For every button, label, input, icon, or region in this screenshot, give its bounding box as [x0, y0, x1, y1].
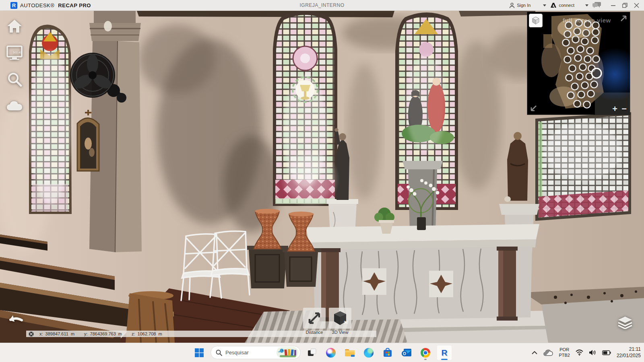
scan-marker[interactable]: [592, 37, 599, 44]
feedback-chat-icon[interactable]: [592, 2, 601, 8]
connect-label: connect: [559, 3, 574, 8]
realview-display-button[interactable]: 500.40: [6, 45, 23, 61]
y-value: 7864369.763: [90, 331, 116, 336]
minimap-pointcloud[interactable]: [527, 12, 630, 115]
connect-caret-icon[interactable]: [585, 4, 588, 6]
recap-logo-icon: R: [10, 2, 17, 9]
taskbar-search-box[interactable]: Pesquisar: [211, 346, 301, 359]
minimap-zoom-out-button[interactable]: −: [621, 105, 627, 113]
onedrive-cloud-icon[interactable]: [543, 350, 553, 356]
recap-taskbar-button[interactable]: R: [437, 345, 452, 360]
sign-in-caret-icon[interactable]: [543, 4, 546, 6]
scan-marker[interactable]: [578, 91, 585, 98]
chrome-running-indicator: [424, 359, 427, 360]
scan-marker[interactable]: [574, 28, 581, 35]
layers-button[interactable]: [617, 316, 633, 329]
current-scan-marker[interactable]: [592, 68, 601, 78]
language-indicator[interactable]: POR PTB2: [559, 347, 570, 358]
clock[interactable]: 21:11 22/01/2025: [617, 346, 641, 359]
distance-label: Distance: [306, 330, 323, 335]
minimap-collapse-icon[interactable]: [530, 104, 538, 112]
task-view-button[interactable]: [304, 345, 320, 360]
back-arrow-icon: [7, 314, 23, 326]
file-explorer-button[interactable]: [342, 345, 357, 360]
layers-icon: [617, 316, 633, 329]
scan-marker[interactable]: [577, 46, 584, 53]
home-button[interactable]: [6, 18, 23, 34]
scan-marker[interactable]: [563, 39, 570, 46]
distance-tool-button[interactable]: Distance: [303, 308, 326, 335]
battery-icon[interactable]: [602, 350, 611, 355]
scan-marker[interactable]: [580, 64, 586, 71]
view-3d-button[interactable]: 3D 3D View: [328, 308, 352, 335]
scan-marker[interactable]: [576, 73, 583, 80]
copilot-button[interactable]: [323, 345, 339, 360]
chrome-icon: [421, 348, 430, 358]
scan-marker[interactable]: [575, 55, 582, 62]
scan-marker[interactable]: [564, 56, 571, 63]
cloud-button[interactable]: [6, 98, 23, 114]
tray-time: 21:11: [617, 346, 641, 353]
scan-marker[interactable]: [572, 36, 579, 43]
scan-marker[interactable]: [566, 22, 572, 29]
x-label: x:: [39, 331, 43, 336]
scan-marker[interactable]: [564, 31, 571, 38]
pano-cursor-highlight[interactable]: [280, 149, 340, 209]
search-placeholder: Pesquisar: [225, 350, 273, 356]
scan-marker[interactable]: [593, 56, 600, 63]
back-button[interactable]: [7, 314, 23, 326]
tray-chevron-up-icon[interactable]: [531, 351, 538, 355]
close-icon[interactable]: [634, 3, 639, 8]
scan-marker[interactable]: [582, 82, 588, 89]
scan-marker[interactable]: [566, 74, 573, 81]
restore-icon[interactable]: [622, 3, 627, 8]
scan-marker[interactable]: [574, 101, 581, 107]
distance-arrow-icon: [307, 311, 322, 325]
cube-3d-icon: [531, 16, 540, 25]
volume-icon[interactable]: [589, 350, 597, 356]
scan-marker[interactable]: [591, 81, 598, 88]
chrome-button[interactable]: [418, 345, 433, 360]
title-bar-controls: Sign In connect: [509, 2, 644, 8]
scan-marker[interactable]: [576, 20, 582, 27]
navigator-minimap[interactable]: full screen view + −: [527, 12, 630, 115]
scan-marker[interactable]: [583, 30, 590, 37]
system-tray: POR PTB2 21:11 22/01/2025: [531, 346, 641, 359]
scan-marker[interactable]: [592, 29, 599, 36]
start-button[interactable]: [192, 345, 207, 360]
search-button[interactable]: [6, 71, 23, 87]
microsoft-store-button[interactable]: [380, 345, 395, 360]
wifi-icon[interactable]: [576, 350, 583, 356]
scan-marker[interactable]: [592, 22, 599, 29]
app-brand: R AUTODESK® RECAP PRO: [0, 2, 91, 9]
sign-in-button[interactable]: Sign In: [509, 2, 546, 8]
viewer-tool-rail: 500.40: [6, 18, 23, 114]
minimap-zoom-in-button[interactable]: +: [612, 105, 617, 113]
minimap-expand-icon[interactable]: [619, 14, 627, 23]
stained-glass-window-left: [29, 25, 72, 214]
title-bar: R AUTODESK® RECAP PRO IGREJA_INTERNO Sig…: [0, 0, 644, 11]
scan-marker[interactable]: [584, 101, 590, 108]
world-coordinates-icon: [29, 331, 34, 337]
connect-button[interactable]: connect: [550, 2, 588, 8]
file-explorer-icon: [345, 348, 355, 357]
pano-viewport[interactable]: 500.40: [0, 11, 644, 343]
outlook-button[interactable]: O: [399, 345, 414, 360]
keyboard-layout: PTB2: [559, 353, 570, 358]
minimap-3d-toggle-button[interactable]: [529, 14, 543, 27]
edge-button[interactable]: [361, 345, 376, 360]
scan-marker[interactable]: [569, 65, 576, 72]
edge-icon: [364, 348, 374, 358]
scan-marker[interactable]: [584, 56, 591, 63]
scan-marker[interactable]: [568, 92, 574, 99]
scan-marker[interactable]: [568, 47, 574, 54]
svg-text:O: O: [403, 352, 406, 356]
scan-marker[interactable]: [588, 90, 594, 97]
search-highlight-image[interactable]: [277, 347, 298, 358]
scan-marker[interactable]: [572, 83, 578, 90]
scan-marker[interactable]: [582, 38, 588, 45]
scan-marker[interactable]: [587, 47, 594, 54]
scan-marker[interactable]: [584, 21, 591, 28]
minimize-icon[interactable]: [611, 3, 616, 8]
z-label: z:: [132, 331, 135, 336]
